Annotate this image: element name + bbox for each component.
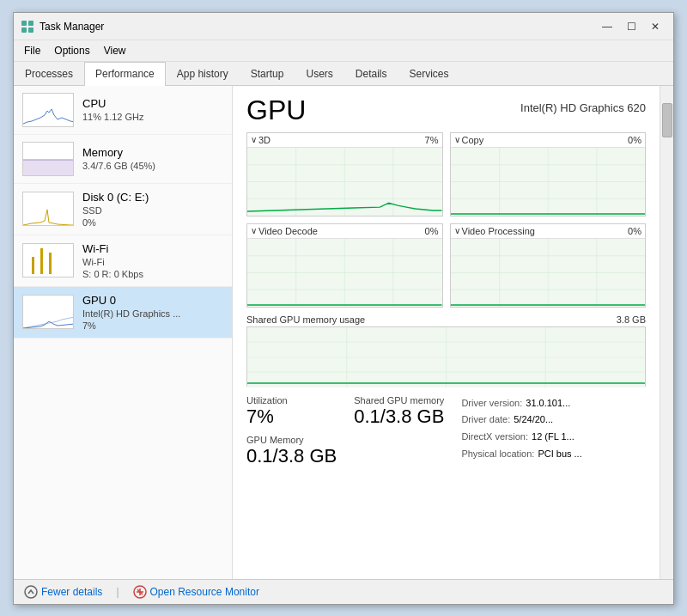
footer-separator: | [116, 586, 119, 598]
chart-vp-name: Video Processing [462, 226, 535, 236]
close-button[interactable]: ✕ [644, 18, 666, 35]
svg-rect-3 [28, 27, 33, 33]
gpu-memory-label: GPU Memory [246, 435, 337, 445]
svg-rect-6 [23, 160, 74, 176]
chart-3d-value: 7% [425, 135, 439, 145]
maximize-button[interactable]: ☐ [620, 18, 642, 35]
chart-3d-chevron[interactable]: ∨ [251, 135, 257, 144]
memory-info: Memory 3.4/7.6 GB (45%) [82, 146, 223, 171]
chart-video-processing: ∨ Video Processing 0% [450, 223, 647, 308]
disk-sub2: 0% [82, 217, 223, 228]
sidebar-item-gpu[interactable]: GPU 0 Intel(R) HD Graphics ... 7% [14, 287, 232, 338]
disk-sub1: SSD [82, 205, 223, 216]
chart-copy-area [451, 147, 646, 216]
tab-performance[interactable]: Performance [84, 62, 166, 86]
chart-copy: ∨ Copy 0% [450, 132, 647, 217]
wifi-sub2: S: 0 R: 0 Kbps [82, 269, 223, 279]
open-resource-monitor-link[interactable]: Open Resource Monitor [133, 585, 259, 599]
chart-vd-chevron[interactable]: ∨ [251, 226, 257, 235]
utilization-label: Utilization [246, 395, 337, 406]
svg-rect-2 [21, 27, 27, 33]
shared-mem-label-row: Shared GPU memory usage 3.8 GB [246, 314, 646, 325]
driver-date-row: Driver date: 5/24/20... [461, 412, 646, 429]
sidebar-item-wifi[interactable]: Wi-Fi Wi-Fi S: 0 R: 0 Kbps [14, 235, 232, 287]
disk-thumbnail [22, 192, 74, 226]
tab-users[interactable]: Users [295, 62, 344, 85]
svg-rect-12 [32, 257, 34, 274]
wifi-sub1: Wi-Fi [82, 257, 223, 267]
sidebar-item-cpu[interactable]: CPU 11% 1.12 GHz [14, 86, 232, 135]
driver-version-value: 31.0.101... [526, 395, 570, 412]
resource-monitor-icon [133, 585, 147, 599]
sidebar-item-memory[interactable]: Memory 3.4/7.6 GB (45%) [14, 135, 232, 184]
driver-version-row: Driver version: 31.0.101... [461, 395, 646, 412]
gpu-info: GPU 0 Intel(R) HD Graphics ... 7% [82, 294, 223, 331]
gpu-sub2: 7% [82, 320, 223, 331]
stats-area: Utilization 7% GPU Memory 0.1/3.8 GB Sha… [246, 395, 646, 468]
svg-rect-1 [28, 21, 33, 26]
footer: Fewer details | Open Resource Monitor [14, 579, 673, 604]
cpu-sub: 11% 1.12 GHz [82, 112, 223, 122]
minimize-button[interactable]: — [596, 18, 618, 35]
fewer-details-text: Fewer details [41, 586, 102, 598]
gpu-memory-value: 0.1/3.8 GB [246, 445, 337, 467]
tab-services[interactable]: Services [398, 62, 460, 85]
tab-processes[interactable]: Processes [14, 62, 84, 85]
chart-3d-name: 3D [258, 135, 271, 145]
tab-startup[interactable]: Startup [240, 62, 295, 85]
gpu-sidebar-name: GPU 0 [82, 294, 223, 307]
shared-mem-label-text: Shared GPU memory usage [246, 314, 365, 325]
svg-rect-11 [49, 253, 52, 274]
chart-vp-label: ∨ Video Processing 0% [451, 224, 646, 238]
tab-details[interactable]: Details [344, 62, 398, 85]
chart-vp-chevron[interactable]: ∨ [454, 226, 460, 235]
chart-vd-area [247, 238, 442, 307]
shared-gpu-block: Shared GPU memory 0.1/3.8 GB [354, 395, 444, 428]
wifi-thumbnail [22, 243, 74, 278]
menu-file[interactable]: File [17, 42, 47, 59]
task-manager-window: Task Manager — ☐ ✕ File Options View Pro… [13, 12, 674, 605]
scrollbar-thumb[interactable] [662, 103, 672, 137]
wifi-info: Wi-Fi Wi-Fi S: 0 R: 0 Kbps [82, 242, 223, 279]
wifi-name: Wi-Fi [82, 242, 223, 255]
chevron-up-icon [24, 585, 38, 599]
fewer-details-link[interactable]: Fewer details [24, 585, 102, 599]
menu-bar: File Options View [14, 40, 673, 62]
gpu-thumbnail [22, 295, 74, 329]
memory-thumbnail [22, 142, 74, 176]
gpu-memory-block: GPU Memory 0.1/3.8 GB [246, 435, 337, 467]
physical-location-value: PCI bus ... [538, 446, 581, 463]
chart-copy-chevron[interactable]: ∨ [454, 135, 460, 144]
utilization-value: 7% [246, 406, 337, 428]
physical-location-label: Physical location: [461, 446, 534, 463]
shared-mem-chart [246, 326, 646, 387]
shared-mem-value: 3.8 GB [617, 314, 646, 325]
chart-video-decode: ∨ Video Decode 0% [246, 223, 443, 308]
menu-options[interactable]: Options [47, 42, 96, 59]
shared-gpu-value: 0.1/3.8 GB [354, 406, 444, 428]
scrollbar[interactable] [660, 86, 673, 579]
open-resource-monitor-text: Open Resource Monitor [150, 586, 259, 598]
driver-date-value: 5/24/20... [514, 412, 553, 429]
svg-rect-9 [23, 244, 74, 278]
memory-sub: 3.4/7.6 GB (45%) [82, 161, 223, 171]
chart-3d-label: ∨ 3D 7% [247, 133, 442, 147]
window-title: Task Manager [40, 21, 104, 33]
svg-rect-4 [23, 94, 74, 127]
sidebar-item-disk[interactable]: Disk 0 (C: E:) SSD 0% [14, 184, 232, 235]
chart-vp-value: 0% [628, 226, 641, 236]
gpu-title: GPU [246, 96, 306, 124]
stats-middle: Shared GPU memory 0.1/3.8 GB [354, 395, 444, 468]
chart-copy-label: ∨ Copy 0% [451, 133, 646, 147]
app-icon [21, 20, 34, 34]
title-bar: Task Manager — ☐ ✕ [14, 13, 673, 40]
content-area: CPU 11% 1.12 GHz Memory 3.4/7.6 GB (45%) [14, 86, 673, 579]
disk-name: Disk 0 (C: E:) [82, 191, 223, 204]
chart-copy-name: Copy [462, 135, 484, 145]
driver-info: Driver version: 31.0.101... Driver date:… [461, 395, 646, 463]
directx-label: DirectX version: [461, 429, 528, 446]
menu-view[interactable]: View [97, 42, 133, 59]
tab-app-history[interactable]: App history [166, 62, 240, 85]
svg-rect-13 [23, 296, 74, 329]
directx-row: DirectX version: 12 (FL 1... [461, 429, 646, 446]
